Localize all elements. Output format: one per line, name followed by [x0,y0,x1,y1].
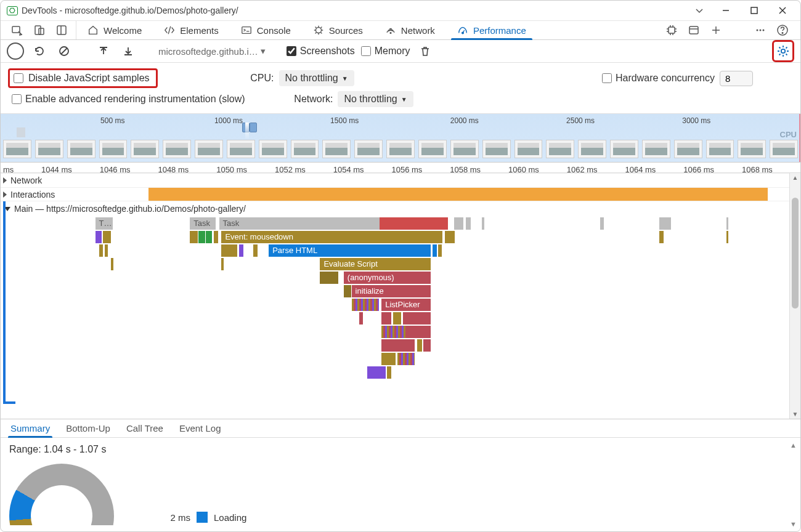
flame-frag[interactable] [438,244,441,257]
memory-checkbox-input[interactable] [361,46,371,56]
panel-layout-icon[interactable] [685,21,703,39]
flame-task[interactable]: T… [96,217,113,230]
flame-frag[interactable] [105,244,108,257]
reload-button[interactable] [30,42,49,60]
scroll-down-icon[interactable]: ▼ [790,520,797,528]
scroll-up-icon[interactable]: ▲ [790,174,800,181]
network-throttling-select[interactable]: No throttling ▼ [338,91,413,107]
flame-frag[interactable] [198,231,205,243]
screenshots-checkbox[interactable]: Screenshots [287,46,355,57]
flame-event-mousedown[interactable]: Event: mousedown [221,231,442,243]
expand-icon[interactable] [3,177,7,183]
expand-icon[interactable] [3,191,7,198]
disable-js-samples-checkbox[interactable]: Disable JavaScript samples [8,68,158,88]
enable-advanced-rendering-input[interactable] [12,94,22,104]
flame-frag[interactable] [99,244,103,257]
flame-frag[interactable] [381,312,391,324]
host-selector[interactable]: microsoftedge.github.i… ▾ [158,46,266,57]
flame-anonymous[interactable]: (anonymous) [344,272,431,284]
flame-frag[interactable] [103,231,111,243]
add-tab-icon[interactable] [707,21,725,39]
overview-timeline[interactable]: 500 ms 1000 ms 1500 ms 2000 ms 2500 ms 3… [1,114,800,163]
download-profile-icon[interactable] [119,42,137,60]
flame-frag[interactable] [600,217,604,230]
dock-side-icon[interactable] [52,21,71,39]
flame-frag[interactable] [239,244,244,257]
flame-frag[interactable] [726,231,729,243]
flame-frag[interactable] [367,366,385,379]
chevron-down-icon[interactable] [687,6,712,15]
flame-frag[interactable] [206,231,212,243]
interactions-track[interactable]: Interactions [1,187,789,201]
overview-handle-right[interactable] [250,123,257,132]
scroll-up-icon[interactable]: ▲ [790,441,797,449]
cpu-throttling-select[interactable]: No throttling ▼ [279,70,354,86]
tab-elements[interactable]: Elements [153,21,230,39]
flame-chart-area[interactable]: Network Interactions Main — https://micr… [1,173,789,419]
enable-advanced-rendering-checkbox[interactable]: Enable advanced rendering instrumentatio… [8,94,245,105]
flame-frag[interactable] [445,231,455,243]
flame-evaluate-script[interactable]: Evaluate Script [320,258,430,270]
overview-selection-handles[interactable] [242,123,257,134]
flame-listpicker[interactable]: ListPicker [381,299,430,311]
help-icon[interactable] [773,21,792,39]
flame-frag[interactable] [253,244,258,257]
flame-chart[interactable]: T… Task Task Event: mousedown [1,217,789,402]
network-track[interactable]: Network [1,173,789,187]
tab-sources[interactable]: Sources [302,21,374,39]
flame-frag[interactable] [466,217,471,230]
trash-button[interactable] [416,42,434,60]
flame-frag[interactable] [423,339,431,352]
flame-frag[interactable] [359,312,362,324]
device-toolbar-icon[interactable] [30,21,49,39]
flame-frag[interactable] [397,353,415,365]
tab-welcome[interactable]: Welcome [76,21,153,39]
flame-frag[interactable] [403,312,431,324]
scrollbar-thumb[interactable] [792,198,799,308]
flame-frag[interactable] [387,366,391,379]
record-button[interactable] [7,42,24,60]
flame-frag[interactable] [344,285,351,297]
flame-frag[interactable] [381,326,405,338]
flame-frag[interactable] [214,231,219,243]
memory-chip-icon[interactable] [662,21,681,39]
hardware-concurrency-field[interactable] [720,71,753,86]
tab-network[interactable]: Network [374,21,446,39]
flame-frag[interactable] [111,258,113,270]
flame-frag[interactable] [190,231,198,243]
flame-frag[interactable] [221,258,224,270]
vertical-scrollbar[interactable]: ▲ ▼ [789,173,800,419]
tab-summary[interactable]: Summary [9,419,51,437]
interaction-bar[interactable] [148,188,768,201]
tab-bottom-up[interactable]: Bottom-Up [65,419,112,437]
screenshots-checkbox-input[interactable] [287,46,296,56]
flame-initialize[interactable]: initialize [352,285,431,297]
flame-frag[interactable] [454,217,463,230]
main-track[interactable]: Main — https://microsoftedge.github.io/D… [1,201,789,404]
flame-frag[interactable] [381,353,396,365]
settings-gear-icon[interactable] [772,40,794,62]
hardware-concurrency-input[interactable] [602,73,612,83]
flame-frag[interactable] [393,312,401,324]
flame-task[interactable]: Task [190,217,216,230]
flame-frag[interactable] [726,217,729,230]
upload-profile-icon[interactable] [94,42,113,60]
tab-event-log[interactable]: Event Log [178,419,222,437]
tab-console[interactable]: Console [230,21,302,39]
hardware-concurrency-checkbox[interactable]: Hardware concurrency [602,73,715,84]
flame-task[interactable]: Task [219,217,448,230]
maximize-button[interactable] [740,1,768,20]
more-menu-icon[interactable] [751,21,770,39]
tab-call-tree[interactable]: Call Tree [125,419,165,437]
scroll-down-icon[interactable]: ▼ [790,411,800,417]
close-button[interactable] [768,1,797,20]
flame-frag[interactable] [482,217,484,230]
disable-js-samples-input[interactable] [14,73,23,83]
flame-frag[interactable] [381,339,415,352]
flame-frag[interactable] [659,217,671,230]
flame-frag[interactable] [417,339,422,352]
flame-frag[interactable] [221,244,237,257]
inspect-element-icon[interactable] [8,21,26,39]
time-ruler[interactable]: ms 1044 ms 1046 ms 1048 ms 1050 ms 1052 … [1,163,800,173]
flame-frag[interactable] [320,272,338,284]
